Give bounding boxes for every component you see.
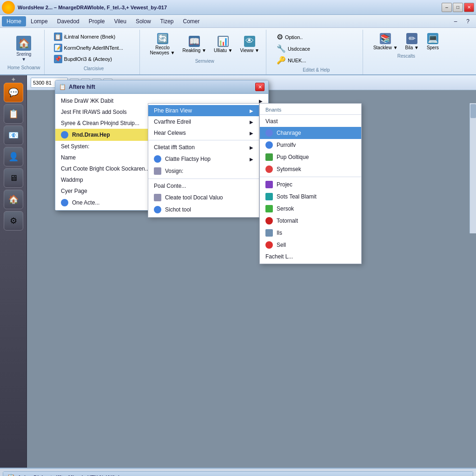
submenu2-item-sots-teal[interactable]: Sots Teal Blamit xyxy=(260,191,361,203)
sidebar-icon-chat[interactable]: 💬 xyxy=(4,83,23,102)
ribbon-item-bupdlori[interactable]: 📌 BupdlOri3 & (Acteoy) xyxy=(52,54,136,64)
recclo-icon: 🔄 xyxy=(157,33,168,44)
srering-icon: 🏠 xyxy=(16,36,31,51)
nuek-icon: 🔑 xyxy=(277,56,286,65)
submenu1-item-cvarfhre[interactable]: Cvarfhre Edreil ▶ xyxy=(148,116,259,127)
submenu1-item-poal-conte[interactable]: Poal Conte... xyxy=(148,180,259,192)
scrollbar-right[interactable] xyxy=(469,103,476,233)
bupdlori-icon: 📌 xyxy=(54,55,62,63)
projec-icon xyxy=(265,181,273,188)
ribbon-item-kormonefty[interactable]: 📝 KormOnefty AderllNTent... xyxy=(52,43,136,53)
ribbon-btn-bila[interactable]: ✏ Bila ▼ xyxy=(403,32,422,52)
menu-item-comer[interactable]: Comer xyxy=(178,16,205,26)
menu-item-minimize[interactable]: – xyxy=(450,16,462,26)
sub-window: 📋 Achre Dickant ↑ifft – Mirseis HTN % (A… xyxy=(3,471,473,476)
usdccace-icon: 🔧 xyxy=(277,44,286,53)
bila-icon: ✏ xyxy=(406,33,417,44)
menu-item-vileu[interactable]: Vileu xyxy=(109,16,131,26)
submenu1-item-sichot[interactable]: Sichot tool xyxy=(148,204,259,216)
title-bar-buttons: – □ ✕ xyxy=(442,3,474,12)
ribbon-item-ilintral[interactable]: 📋 iLintral Nornere (Bnek) xyxy=(52,32,136,42)
scrollbar-thumb[interactable] xyxy=(470,104,476,118)
sots-icon xyxy=(265,193,273,200)
submenu2-item-viast[interactable]: Viast xyxy=(260,116,361,127)
minimize-button[interactable]: – xyxy=(442,3,452,12)
ribbon-btn-reakling[interactable]: 📖 Reakling ▼ xyxy=(179,34,209,54)
submenu2-item-totornalt[interactable]: Totornalt xyxy=(260,215,361,227)
ribbon-btn-nuek[interactable]: 🔑 NUEK... xyxy=(274,55,313,66)
submenu1-item-clatte[interactable]: Clatte Flactsy Hop ▶ xyxy=(148,153,259,165)
title-bar: WordsHew 2... – MnargeDRAWloble, F_tel.-… xyxy=(0,0,476,15)
submenu2-header: Bnants xyxy=(260,105,361,115)
kormonefty-icon: 📝 xyxy=(54,44,62,52)
separator1 xyxy=(148,140,259,140)
submenu2-item-chanrage[interactable]: Chanrage xyxy=(260,127,361,139)
option-icon: ⚙ xyxy=(277,33,283,41)
sidebar-icon-settings[interactable]: ⚙ xyxy=(4,211,23,231)
menu-item-home[interactable]: Home xyxy=(2,16,26,26)
submenu2-item-facheit[interactable]: Facheit L... xyxy=(260,251,361,262)
menu-item-tizep[interactable]: Tizep xyxy=(156,16,178,26)
submenu1-item-cleate-tool[interactable]: Cleate tool Docal Valuo xyxy=(148,192,259,204)
stacklew-icon: 📚 xyxy=(380,33,391,44)
main-area: ✦ 💬 📋 📧 👤 🖥 🏠 ⚙ + ≡ ↕ ≫ 📋 Aftere xyxy=(0,75,476,468)
vosign-icon xyxy=(154,167,161,175)
maximize-button[interactable]: □ xyxy=(453,3,463,12)
rescalts-btns: 📚 Stacklew ▼ ✏ Bila ▼ 💻 Spers xyxy=(370,32,442,52)
arrow-submenu1b: ▶ xyxy=(250,119,253,125)
ulliatu-icon: 📊 xyxy=(218,36,229,47)
ribbon-btn-ulliatu[interactable]: 📊 Ulliatu ▼ xyxy=(211,34,235,54)
purrolfv-icon xyxy=(265,141,273,149)
menu-item-help[interactable]: ? xyxy=(462,16,474,26)
reakling-icon: 📖 xyxy=(189,36,200,47)
ribbon-group-label-rescalts: Rescalts xyxy=(370,53,442,59)
sidebar-icon-mail[interactable]: 📧 xyxy=(4,126,23,145)
sidebar-icon-user[interactable]: 👤 xyxy=(4,147,23,166)
sidebar-icon-home[interactable]: 🏠 xyxy=(4,190,23,209)
ribbon-group-label-clarcisive: clarcisive xyxy=(52,66,136,71)
dialog-icon: 📋 xyxy=(59,84,66,90)
submenu1-item-vosign[interactable]: Vosign: xyxy=(148,165,259,177)
submenu1-item-clietat[interactable]: Clietat ifft Satton ▶ xyxy=(148,142,259,153)
content-area: + ≡ ↕ ≫ 📋 Aftere hift ✕ Mise DraW ЖK Dab… xyxy=(27,75,476,468)
ribbon-group-rescalts: 📚 Stacklew ▼ ✏ Bila ▼ 💻 Spers Rescalts xyxy=(367,30,446,74)
menu-item-davedod[interactable]: Davedod xyxy=(53,16,84,26)
menu-item-lompe[interactable]: Lompe xyxy=(26,16,53,26)
ribbon-btn-srering[interactable]: 🏠 Srering ▼ xyxy=(13,34,34,63)
bottom-panel: 📋 Achre Dickant ↑ifft – Mirseis HTN % (A… xyxy=(0,468,476,476)
menu-item-prople[interactable]: Prople xyxy=(84,16,110,26)
submenu2-item-ils[interactable]: Ils xyxy=(260,227,361,239)
submenu2-item-sytomsek[interactable]: Sytomsek xyxy=(260,163,361,175)
title-bar-text: WordsHew 2... – MnargeDRAWloble, F_tel.-… xyxy=(18,5,442,10)
ribbon-group-editet: ⚙ Option.. 🔧 Usdccace 🔑 NUEK... Editet &… xyxy=(270,30,363,74)
ribbon-btn-spers[interactable]: 💻 Spers xyxy=(423,32,442,52)
ribbon-btn-recclo[interactable]: 🔄 Recclo Newoyes ▼ xyxy=(147,32,178,57)
sytomsek-icon xyxy=(265,165,273,173)
ribbon-group-label-editet: Editet & Help xyxy=(274,67,359,73)
ribbon-group-sernview: 🔄 Recclo Newoyes ▼ 📖 Reakling ▼ 📊 Ulliat… xyxy=(144,30,266,74)
editet-btns: ⚙ Option.. 🔧 Usdccace 🔑 NUEK... xyxy=(274,32,359,66)
separator3 xyxy=(260,177,361,177)
ribbon-btn-option[interactable]: ⚙ Option.. xyxy=(274,32,313,42)
submenu1-item-phe-biran[interactable]: Phe Biran View ▶ xyxy=(148,105,259,116)
sidebar-icon-calendar[interactable]: 📋 xyxy=(4,104,23,124)
submenu2-item-purrolfv[interactable]: Purrolfv xyxy=(260,139,361,151)
submenu2-item-sell[interactable]: Sell xyxy=(260,239,361,251)
ribbon-btn-stacklew[interactable]: 📚 Stacklew ▼ xyxy=(370,32,401,52)
vieww-icon: 👁 xyxy=(244,36,255,47)
arrow-submenu1: ▶ xyxy=(250,108,253,113)
arrow-submenu1d: ▶ xyxy=(250,145,253,150)
pup-icon xyxy=(265,153,273,161)
dialog-titlebar: 📋 Aftere hift ✕ xyxy=(55,80,268,94)
dialog-close-button[interactable]: ✕ xyxy=(255,83,264,91)
ribbon: 🏠 Srering ▼ Home Schoanw 📋 iLintral Norn… xyxy=(0,28,476,75)
submenu2-item-projec[interactable]: Projec xyxy=(260,178,361,191)
ribbon-btn-usdccace[interactable]: 🔧 Usdccace xyxy=(274,43,313,54)
close-button[interactable]: ✕ xyxy=(464,3,474,12)
ribbon-btn-vieww[interactable]: 👁 Vieww ▼ xyxy=(237,34,262,54)
sidebar-icon-monitor[interactable]: 🖥 xyxy=(4,168,23,188)
submenu2-item-sersok[interactable]: Sersok xyxy=(260,203,361,215)
submenu1-item-hear-celews[interactable]: Hear Celews ▶ xyxy=(148,127,259,139)
menu-item-solow[interactable]: Solow xyxy=(131,16,156,26)
submenu2-item-pup-ooltique[interactable]: Pup Ooltique xyxy=(260,151,361,163)
